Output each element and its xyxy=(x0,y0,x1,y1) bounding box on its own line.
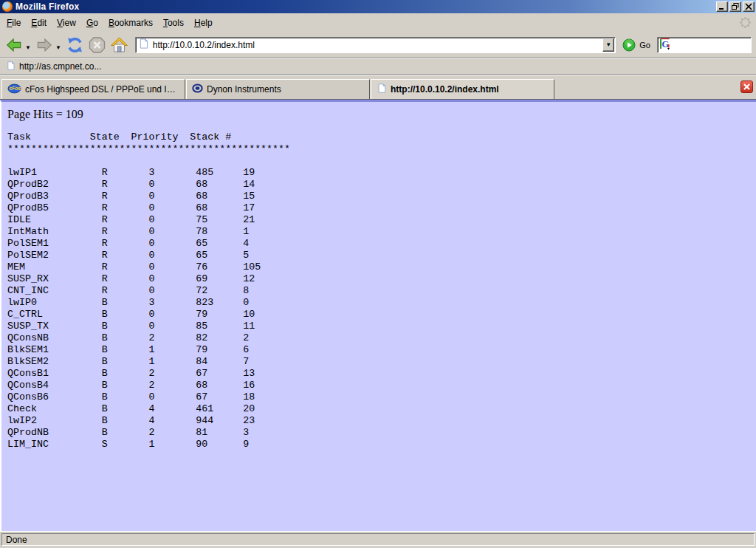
reload-button[interactable] xyxy=(64,35,86,55)
svg-text:cFos: cFos xyxy=(9,86,21,91)
close-tab-icon xyxy=(743,83,750,90)
tab-strip: cFos cFos Highspeed DSL / PPPoE und ISDN… xyxy=(0,75,756,100)
firefox-icon xyxy=(2,1,13,12)
minimize-button[interactable] xyxy=(716,1,728,12)
back-dropdown-icon[interactable]: ▼ xyxy=(25,44,31,51)
tab-dynon[interactable]: Dynon Instruments xyxy=(186,79,370,99)
tab-active-index[interactable]: http://10.0.10.2/index.html xyxy=(371,79,554,99)
url-bar: ▼ xyxy=(135,37,616,53)
bookmarks-toolbar: http://as.cmpnet.co... xyxy=(0,58,756,75)
window-title: Mozilla Firefox xyxy=(16,1,79,12)
forward-dropdown-icon[interactable]: ▼ xyxy=(55,44,61,51)
search-bar: G xyxy=(657,37,752,53)
menu-bar: File Edit View Go Bookmarks Tools Help xyxy=(0,13,756,32)
page-content: Page Hits = 109 Task State Priority Stac… xyxy=(0,100,756,531)
google-icon: G xyxy=(659,38,672,53)
page-icon xyxy=(138,38,149,52)
home-icon xyxy=(110,36,128,54)
svg-text:G: G xyxy=(662,38,669,49)
tab-cfos[interactable]: cFos cFos Highspeed DSL / PPPoE und ISDN… xyxy=(1,79,185,99)
page-icon xyxy=(377,83,387,96)
back-icon xyxy=(5,37,23,53)
go-button[interactable]: Go xyxy=(622,38,650,52)
task-table: Task State Priority Stack # ************… xyxy=(7,131,756,451)
menu-edit[interactable]: Edit xyxy=(26,16,52,30)
title-bar: Mozilla Firefox xyxy=(0,0,756,13)
forward-icon xyxy=(35,37,53,53)
menu-view[interactable]: View xyxy=(52,16,81,30)
stop-button[interactable] xyxy=(86,35,108,55)
close-tab-button[interactable] xyxy=(740,81,753,93)
window-controls xyxy=(716,1,756,12)
stop-icon xyxy=(88,36,106,54)
status-bar: Done xyxy=(0,531,756,548)
back-button[interactable] xyxy=(4,35,24,55)
home-button[interactable] xyxy=(109,35,130,55)
throbber-icon xyxy=(739,16,752,31)
restore-button[interactable] xyxy=(729,1,741,12)
menu-go[interactable]: Go xyxy=(81,16,103,30)
go-label: Go xyxy=(639,41,650,49)
bookmark-item[interactable]: http://as.cmpnet.co... xyxy=(19,61,101,72)
restore-icon xyxy=(732,3,739,10)
menu-file[interactable]: File xyxy=(1,16,26,30)
navigation-toolbar: ▼ ▼ xyxy=(0,32,756,58)
menu-tools[interactable]: Tools xyxy=(158,16,189,30)
browser-window: Mozilla Firefox File Edit View Go Bookma… xyxy=(0,0,756,548)
forward-button[interactable] xyxy=(34,35,55,55)
reload-icon xyxy=(66,36,84,54)
page-hits-text: Page Hits = 109 xyxy=(7,108,756,121)
minimize-icon xyxy=(718,3,726,10)
search-input[interactable] xyxy=(672,40,731,50)
status-text: Done xyxy=(1,533,755,546)
url-dropdown-button[interactable]: ▼ xyxy=(602,38,614,52)
close-icon xyxy=(745,3,752,10)
tab-label: http://10.0.10.2/index.html xyxy=(391,84,499,95)
go-icon xyxy=(622,38,636,52)
tab-label: Dynon Instruments xyxy=(207,84,281,95)
bookmark-page-icon xyxy=(6,61,16,73)
cfos-icon: cFos xyxy=(7,83,21,96)
url-input[interactable] xyxy=(149,40,602,50)
close-button[interactable] xyxy=(743,1,755,12)
menu-help[interactable]: Help xyxy=(189,16,218,30)
tab-label: cFos Highspeed DSL / PPPoE und ISDN CAP.… xyxy=(25,84,179,95)
dynon-icon xyxy=(192,83,203,96)
menu-bookmarks[interactable]: Bookmarks xyxy=(103,16,158,30)
